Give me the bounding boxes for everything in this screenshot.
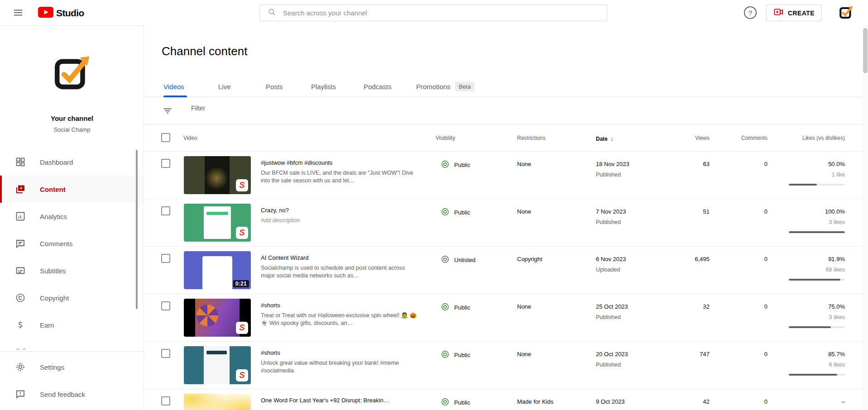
video-thumbnail[interactable]: S bbox=[184, 394, 251, 410]
channel-search-box[interactable] bbox=[259, 5, 607, 21]
filter-icon bbox=[162, 105, 173, 116]
sidebar-item-settings[interactable]: Settings bbox=[0, 353, 144, 381]
video-title[interactable]: AI Content Wizard bbox=[261, 254, 420, 262]
sidebar-item-dashboard[interactable]: Dashboard bbox=[0, 148, 144, 176]
tab-playlists[interactable]: Playlists bbox=[311, 78, 336, 97]
svg-text:?: ? bbox=[748, 9, 752, 17]
socialchamp-logo-badge: S bbox=[236, 369, 248, 381]
sidebar-item-send-feedback[interactable]: Send feedback bbox=[0, 381, 144, 408]
visibility-eye-icon bbox=[441, 255, 450, 265]
video-description: Unlock great value without breaking your… bbox=[261, 359, 420, 375]
sidebar-item-label: Content bbox=[40, 186, 66, 193]
video-thumbnail[interactable]: S bbox=[184, 346, 251, 384]
likes-ratio-bar bbox=[789, 326, 845, 328]
account-avatar[interactable] bbox=[839, 5, 854, 20]
sidebar-item-subtitles[interactable]: Subtitles bbox=[0, 257, 144, 284]
date-status: Published bbox=[596, 314, 628, 320]
likes-ratio-fill bbox=[789, 184, 817, 186]
table-row[interactable]: S #shorts Unlock great value without bre… bbox=[144, 342, 868, 389]
video-thumbnail[interactable]: S bbox=[184, 299, 251, 337]
video-title[interactable]: #shorts bbox=[261, 301, 420, 309]
visibility-eye-icon bbox=[441, 160, 450, 170]
tab-podcasts[interactable]: Podcasts bbox=[364, 78, 392, 97]
tab-live[interactable]: Live bbox=[218, 78, 231, 97]
video-thumbnail[interactable]: S bbox=[184, 156, 251, 194]
row-checkbox[interactable] bbox=[161, 159, 170, 168]
visibility-label: Unlisted bbox=[454, 257, 475, 263]
views-cell: 32 bbox=[664, 303, 710, 310]
video-title[interactable]: Crazy, no? bbox=[261, 206, 420, 214]
visibility-label: Public bbox=[454, 304, 470, 311]
channel-avatar[interactable] bbox=[52, 52, 93, 93]
video-title[interactable]: One Word For Last Year's +92 Disrupt: Br… bbox=[261, 396, 420, 404]
sidebar-scrollbar[interactable] bbox=[136, 150, 138, 309]
filter-input[interactable] bbox=[191, 105, 417, 112]
page-scrollbar-thumb[interactable] bbox=[863, 28, 868, 73]
video-info: #justwow #bfcm #discounts Our BFCM sale … bbox=[261, 159, 420, 185]
video-thumbnail[interactable]: S 0:21 bbox=[184, 251, 251, 289]
hamburger-menu-icon[interactable] bbox=[13, 7, 24, 18]
row-checkbox[interactable] bbox=[161, 254, 170, 263]
sidebar-item-copyright[interactable]: Copyright bbox=[0, 284, 144, 311]
column-restrictions: Restrictions bbox=[517, 135, 546, 141]
visibility-cell: Public bbox=[441, 207, 470, 218]
likes-ratio-bar bbox=[789, 374, 845, 376]
sidebar-item-comments[interactable]: Comments bbox=[0, 230, 144, 257]
visibility-eye-icon bbox=[441, 350, 450, 360]
table-row[interactable]: S #shorts Treat or Treat with our Hallow… bbox=[144, 294, 868, 342]
help-icon[interactable]: ? bbox=[743, 6, 757, 19]
comments-cell: 0 bbox=[722, 351, 767, 358]
sidebar-footer-nav: Settings Send feedback bbox=[0, 353, 144, 408]
date-cell: 9 Oct 2023 bbox=[596, 398, 625, 405]
video-thumbnail[interactable]: S bbox=[184, 204, 251, 242]
sidebar-item-earn[interactable]: Earn bbox=[0, 311, 144, 338]
filter-bar bbox=[144, 98, 868, 124]
table-row[interactable]: S One Word For Last Year's +92 Disrupt: … bbox=[144, 389, 868, 410]
video-info: Crazy, no? Add description bbox=[261, 206, 420, 224]
row-checkbox[interactable] bbox=[161, 396, 170, 405]
tab-videos[interactable]: Videos bbox=[163, 78, 184, 97]
create-button[interactable]: CREATE bbox=[766, 5, 822, 21]
restrictions-cell: None bbox=[517, 351, 531, 358]
row-checkbox[interactable] bbox=[161, 349, 170, 358]
table-row[interactable]: S 0:21 AI Content Wizard Socialchamp is … bbox=[144, 247, 868, 294]
video-duration: 0:21 bbox=[233, 280, 249, 287]
restrictions-cell: Copyright bbox=[517, 256, 542, 262]
date-value: 7 Nov 2023 bbox=[596, 208, 626, 215]
sidebar-item-label: Copyright bbox=[40, 294, 69, 302]
likes-count: 1 like bbox=[777, 172, 845, 178]
sidebar-item-label: Earn bbox=[40, 321, 54, 329]
select-all-checkbox[interactable] bbox=[161, 133, 170, 142]
video-title[interactable]: #shorts bbox=[261, 349, 420, 357]
restrictions-cell: None bbox=[517, 161, 531, 167]
table-row[interactable]: S #justwow #bfcm #discounts Our BFCM sal… bbox=[144, 152, 868, 199]
tab-promotions-label: Promotions bbox=[416, 83, 451, 91]
studio-wordmark: Studio bbox=[56, 8, 84, 19]
comments-cell: 0 bbox=[722, 208, 767, 215]
your-channel-label: Your channel bbox=[0, 114, 144, 122]
sidebar-item-label: Dashboard bbox=[40, 158, 73, 166]
likes-cell: 91.9% 68 likes bbox=[777, 256, 845, 281]
column-views[interactable]: Views bbox=[664, 135, 710, 141]
likes-percentage: 85.7% bbox=[777, 351, 845, 358]
likes-cell: – bbox=[777, 398, 845, 405]
youtube-studio-logo[interactable]: Studio bbox=[38, 7, 84, 19]
row-checkbox[interactable] bbox=[161, 301, 170, 310]
sidebar-item-content[interactable]: Content bbox=[0, 176, 144, 203]
video-description: Socialchamp is used to schedule and post… bbox=[261, 264, 420, 280]
visibility-eye-icon bbox=[441, 207, 450, 218]
video-title[interactable]: #justwow #bfcm #discounts bbox=[261, 159, 420, 167]
tab-posts[interactable]: Posts bbox=[266, 78, 283, 97]
video-description: Add description bbox=[261, 217, 420, 224]
search-input[interactable] bbox=[283, 9, 607, 17]
sidebar-item-analytics[interactable]: Analytics bbox=[0, 203, 144, 230]
column-comments[interactable]: Comments bbox=[722, 135, 767, 141]
table-row[interactable]: S Crazy, no? Add description Public None… bbox=[144, 199, 868, 247]
tab-promotions[interactable]: PromotionsBeta bbox=[416, 78, 475, 97]
column-likes[interactable]: Likes (vs dislikes) bbox=[777, 135, 845, 141]
column-date-sort[interactable]: Date↓ bbox=[596, 135, 614, 142]
row-checkbox[interactable] bbox=[161, 206, 170, 215]
date-cell: 18 Nov 2023 Published bbox=[596, 161, 629, 178]
likes-percentage: 91.9% bbox=[777, 256, 845, 262]
customisation-icon-partial bbox=[16, 346, 30, 350]
